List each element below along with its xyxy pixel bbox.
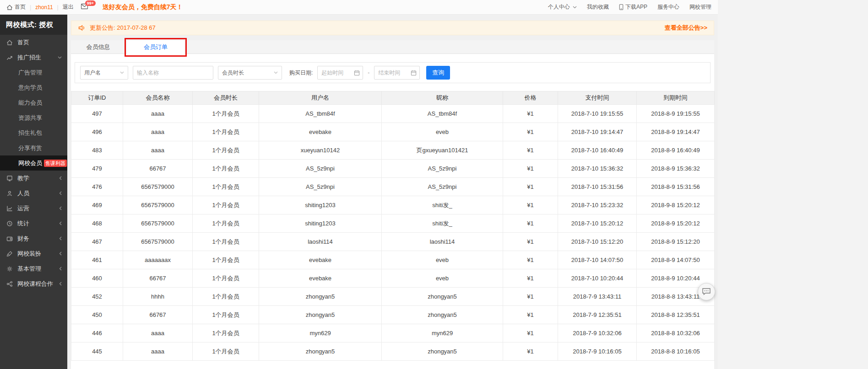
chevron-left-icon [59, 176, 62, 180]
sidebar-item-basic-management[interactable]: 基本管理 [0, 261, 67, 276]
sidebar-subitem-label: 招生礼包 [18, 129, 42, 137]
sidebar-item-teaching[interactable]: 教学 [0, 171, 67, 186]
table-cell: 2018-7-9 10:16:05 [558, 342, 637, 361]
table-cell: zhongyan5 [259, 288, 382, 306]
name-search-input[interactable] [133, 66, 213, 80]
topbar-username[interactable]: zhon11 [35, 4, 53, 11]
username-type-select[interactable]: 用户名 [80, 66, 128, 80]
messages-button[interactable]: 99+ [81, 4, 88, 11]
people-icon [6, 190, 13, 197]
table-cell: 1个月会员 [193, 105, 259, 123]
sidebar-item-label: 财务 [17, 235, 29, 243]
table-cell: 468 [71, 214, 123, 233]
sidebar-subitem-share-reward[interactable]: 分享有赏 [0, 140, 67, 155]
table-cell: ¥1 [503, 233, 558, 251]
table-cell: 1个月会员 [193, 342, 259, 361]
table-cell: 1个月会员 [193, 123, 259, 141]
topbar-link-favorites[interactable]: 我的收藏 [587, 3, 609, 11]
topbar-link-service-center[interactable]: 服务中心 [657, 3, 679, 11]
sidebar-subitem-resource-sharing[interactable]: 资源共享 [0, 110, 67, 125]
sidebar-subitem-label: 能力会员 [18, 99, 42, 107]
sidebar-subitem-school-member[interactable]: 网校会员售课利器 [0, 155, 67, 171]
sidebar-subitem-label: 网校会员 [18, 159, 42, 167]
sidebar-item-statistics[interactable]: 统计 [0, 216, 67, 231]
sidebar-subitem-label: 广告管理 [18, 69, 42, 77]
column-header: 价格 [503, 91, 558, 105]
table-cell: 2018-7-10 15:23:32 [558, 196, 637, 214]
sidebar-item-label: 统计 [17, 219, 29, 228]
customer-service-button[interactable] [698, 283, 715, 300]
member-duration-select-value: 会员时长 [222, 69, 244, 77]
table-cell: shiti发_ [382, 196, 503, 214]
table-cell: ¥1 [503, 342, 558, 361]
column-header: 支付时间 [558, 91, 637, 105]
logout-link[interactable]: 退出 [63, 3, 74, 11]
table-cell: myn629 [382, 324, 503, 342]
sidebar-item-label: 网校课程合作 [17, 280, 53, 288]
date-range-separator: - [368, 70, 369, 76]
sidebar-item-operations[interactable]: 运营 [0, 201, 67, 216]
table-cell: shiti发_ [382, 214, 503, 233]
search-button[interactable]: 查询 [426, 66, 450, 80]
topbar-link-label: 网校管理 [689, 3, 711, 11]
table-cell: aaaa [123, 141, 193, 160]
topbar-link-school-admin[interactable]: 网校管理 [689, 3, 711, 11]
divider: | [30, 4, 31, 11]
trend-up-icon [6, 54, 13, 61]
sidebar-item-personnel[interactable]: 人员 [0, 186, 67, 201]
topbar-home-link[interactable]: 首页 [6, 3, 26, 11]
start-date-field[interactable] [318, 70, 354, 76]
tab-bar: 会员信息 会员订单 [71, 40, 714, 54]
topbar-link-personal-center[interactable]: 个人中心 [548, 3, 577, 11]
sidebar-item-label: 运营 [17, 204, 29, 213]
sidebar-item-label: 网校装扮 [17, 250, 41, 258]
table-cell: ¥1 [503, 160, 558, 178]
chevron-left-icon [59, 282, 62, 286]
table-cell: ¥1 [503, 251, 558, 269]
table-cell: zhongyan5 [259, 306, 382, 324]
table-header-row: 订单ID会员名称会员时长用户名昵称价格支付时间到期时间 [71, 91, 715, 105]
table-cell: ¥1 [503, 196, 558, 214]
sidebar-item-home[interactable]: 首页 [0, 35, 67, 50]
end-date-field[interactable] [374, 70, 411, 76]
sidebar-subitem-prospective-students[interactable]: 意向学员 [0, 80, 67, 95]
topbar-link-label: 个人中心 [548, 3, 570, 11]
tab-member-orders[interactable]: 会员订单 [126, 40, 185, 54]
member-duration-select[interactable]: 会员时长 [218, 66, 282, 80]
calendar-icon[interactable] [354, 70, 360, 76]
sidebar-item-finance[interactable]: 财务 [0, 231, 67, 246]
username-type-select-value: 用户名 [84, 69, 101, 77]
table-cell: 2018-7-10 14:07:50 [558, 251, 637, 269]
announcement-text[interactable]: 更新公告: 2017-07-28 67 [90, 24, 156, 32]
topbar-link-download-app[interactable]: 下载APP [619, 3, 647, 11]
calendar-icon[interactable] [411, 70, 417, 76]
sidebar-item-decoration[interactable]: 网校装扮 [0, 246, 67, 261]
table-cell: 66767 [123, 160, 193, 178]
table-cell: ¥1 [503, 214, 558, 233]
table-cell: zhongyan5 [259, 342, 382, 361]
table-cell: 2018-7-9 12:35:51 [558, 306, 637, 324]
table-cell: eveb [382, 251, 503, 269]
table-cell: 6567579000 [123, 214, 193, 233]
sidebar-subitem-ability-members[interactable]: 能力会员 [0, 95, 67, 110]
content-panel: 会员信息 会员订单 用户名 会员时长 购买日期: [71, 40, 714, 369]
table-row: 46865675790001个月会员shiting1203shiti发_¥120… [71, 214, 715, 233]
sidebar-item-course-cooperation[interactable]: 网校课程合作 [0, 276, 67, 291]
sidebar-item-label: 首页 [17, 38, 29, 47]
sidebar-item-recruitment[interactable]: 推广招生 [0, 50, 67, 65]
table-row: 479667671个月会员AS_5z9npiAS_5z9npi¥12018-7-… [71, 160, 715, 178]
chat-bubble-icon [702, 288, 711, 296]
table-row: 483aaaa1个月会员xueyuan10142页gxueyuan101421¥… [71, 141, 715, 160]
chevron-down-icon [58, 56, 62, 59]
table-cell: myn629 [259, 324, 382, 342]
phone-icon [619, 4, 624, 10]
sidebar-subitem-recruit-gift[interactable]: 招生礼包 [0, 125, 67, 140]
tab-member-info[interactable]: 会员信息 [71, 40, 126, 53]
sidebar-item-label: 人员 [17, 189, 29, 198]
sidebar-subitem-label: 分享有赏 [18, 144, 42, 152]
column-header: 订单ID [71, 91, 123, 105]
promo-text[interactable]: 送好友会员，免费自续7天！ [103, 3, 183, 11]
table-cell: 2018-9-8 15:20:12 [637, 196, 715, 214]
view-all-announcements-link[interactable]: 查看全部公告>> [665, 24, 707, 32]
sidebar-subitem-ad-management[interactable]: 广告管理 [0, 65, 67, 80]
